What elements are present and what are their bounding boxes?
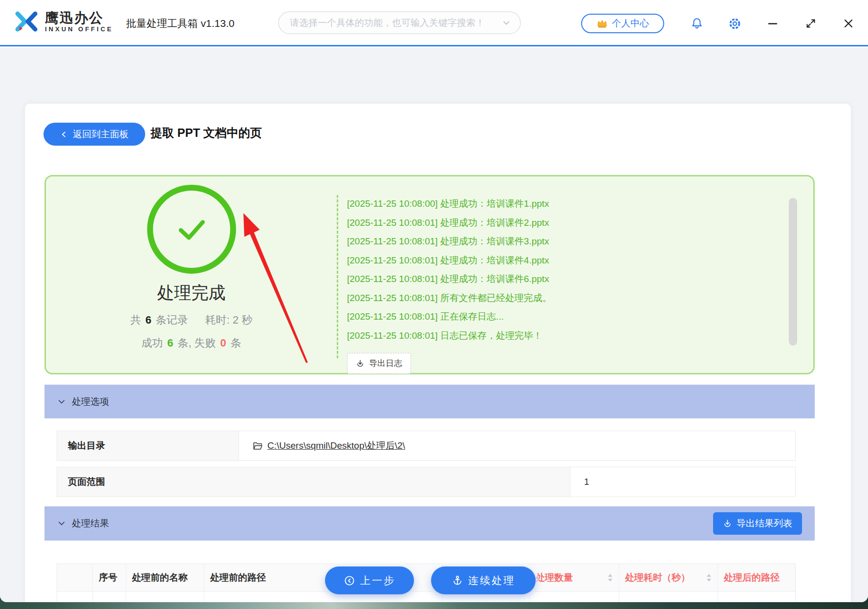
count-column-header: 处理数量 [530, 564, 619, 592]
log-entry: [2025-11-25 10:08:01] 日志已保存，处理完毕！ [347, 326, 774, 346]
log-entry: [2025-11-25 10:08:01] 正在保存日志... [347, 307, 774, 326]
chevron-down-icon [57, 519, 66, 528]
user-center-button[interactable]: 个人中心 [581, 14, 664, 33]
anchor-icon [452, 575, 463, 587]
fail-count: 0 [220, 337, 226, 349]
success-count: 6 [167, 337, 173, 349]
log-entry: [2025-11-25 10:08:01] 处理成功：培训课件2.pptx [347, 214, 774, 233]
search-placeholder: 请选择一个具体的功能，也可输入关键字搜索！ [290, 17, 501, 29]
close-button[interactable] [841, 16, 856, 31]
restore-window-button[interactable] [803, 16, 818, 31]
total-count: 6 [146, 314, 152, 326]
output-directory-link[interactable]: C:\Users\sqmil\Desktop\处理后\2\ [267, 439, 405, 452]
output-directory-label: 输出目录 [57, 431, 239, 460]
folder-icon [253, 441, 263, 451]
process-result-panel: 处理完成 共 6 条记录 耗时: 2 秒 成功 6 条, 失败 0 条 [44, 175, 815, 374]
chevron-left-icon [60, 130, 68, 138]
chevron-down-icon [501, 18, 511, 28]
output-path-link[interactable]: 培训课件1.pptx [724, 599, 781, 602]
source-file-name: 培训课件1.pptx [126, 592, 204, 602]
source-file-path: C:\Users\sqmil\Desktop\处理前\PPT\培训课件\培训课件… [204, 592, 442, 602]
page-title: 提取 PPT 文档中的页 [151, 125, 262, 141]
row-index: 1 [93, 592, 126, 602]
export-log-label: 导出日志 [369, 358, 402, 369]
results-table: 序号 处理前的名称 处理前的路径 处理结果 处理数量 [57, 564, 796, 602]
success-fail-line: 成功 6 条, 失败 0 条 [141, 336, 241, 350]
source-path-link[interactable]: C:\Users\sqmil\Desktop\处理前\PPT\培训课件\培训课件… [210, 602, 411, 602]
brand-name-cn: 鹰迅办公 [45, 11, 113, 25]
time-column-header: 处理耗时（秒） [619, 564, 718, 592]
status-title: 处理完成 [157, 282, 226, 304]
previous-step-button[interactable]: 上一步 [325, 566, 414, 594]
page-range-label: 页面范围 [57, 467, 570, 497]
app-window: 鹰迅办公 INXUN OFFICE 批量处理工具箱 v1.13.0 请选择一个具… [0, 0, 868, 602]
sort-carets-icon[interactable] [608, 574, 613, 582]
log-entry: [2025-11-25 10:08:01] 处理成功：培训课件6.pptx [347, 270, 774, 289]
log-scrollbar-thumb[interactable] [789, 198, 797, 346]
content-card: 返回到主面板 提取 PPT 文档中的页 处理完成 共 6 条记录 [25, 104, 851, 602]
page-range-row: 页面范围 1 [57, 467, 796, 497]
section-bar-options[interactable]: 处理选项 [44, 385, 815, 418]
logo-x-icon [13, 8, 40, 35]
table-row: + 1 培训课件1.pptx C:\Users\sqmil\Desktop\处理… [57, 592, 795, 602]
download-icon [356, 359, 365, 368]
page-range-value: 1 [570, 467, 795, 497]
export-results-label: 导出结果列表 [737, 517, 792, 530]
expand-column-header [57, 564, 93, 592]
results-section-title: 处理结果 [72, 517, 109, 530]
back-to-dashboard-button[interactable]: 返回到主面板 [43, 123, 145, 146]
record-count-line: 共 6 条记录 耗时: 2 秒 [130, 313, 253, 327]
download-icon [723, 519, 732, 528]
log-entry: [2025-11-25 10:08:00] 处理成功：培训课件1.pptx [347, 195, 774, 214]
continue-processing-button[interactable]: 连续处理 [431, 566, 536, 594]
output-directory-row: 输出目录 C:\Users\sqmil\Desktop\处理后\2\ [57, 431, 796, 461]
output-path-column-header: 处理后的路径 [718, 564, 796, 592]
app-title: 批量处理工具箱 v1.13.0 [126, 0, 235, 46]
page-background: 返回到主面板 提取 PPT 文档中的页 处理完成 共 6 条记录 [0, 48, 868, 602]
index-column-header: 序号 [93, 564, 126, 592]
output-path-cell: 培训课件1.pptx [718, 592, 796, 602]
notification-bell-icon[interactable] [690, 16, 704, 31]
log-entry: [2025-11-25 10:08:01] 处理成功：培训课件3.pptx [347, 232, 774, 251]
options-section-title: 处理选项 [72, 395, 109, 408]
count-cell: 1 [530, 592, 619, 602]
log-divider [337, 195, 338, 358]
back-button-label: 返回到主面板 [73, 128, 129, 141]
time-cell: 1.07 [619, 592, 718, 602]
success-check-icon [147, 185, 236, 274]
chevron-down-icon [57, 397, 66, 406]
app-header: 鹰迅办公 INXUN OFFICE 批量处理工具箱 v1.13.0 请选择一个具… [0, 0, 868, 46]
minimize-button[interactable] [765, 16, 780, 31]
user-center-label: 个人中心 [612, 17, 649, 30]
log-entry: [2025-11-25 10:08:01] 所有文件都已经处理完成。 [347, 289, 774, 308]
search-input[interactable]: 请选择一个具体的功能，也可输入关键字搜索！ [278, 11, 521, 34]
sort-carets-icon[interactable] [706, 574, 712, 582]
elapsed-time: 耗时: 2 秒 [205, 313, 253, 327]
previous-step-label: 上一步 [360, 574, 395, 587]
process-log: [2025-11-25 10:08:00] 处理成功：培训课件1.pptx [2… [347, 195, 774, 374]
name-column-header: 处理前的名称 [126, 564, 204, 592]
table-header-row: 序号 处理前的名称 处理前的路径 处理结果 处理数量 [57, 564, 795, 592]
crown-icon [596, 18, 608, 29]
export-log-button[interactable]: 导出日志 [347, 353, 411, 374]
settings-gear-icon[interactable] [727, 16, 742, 31]
log-entry: [2025-11-25 10:08:01] 处理成功：培训课件4.pptx [347, 251, 774, 270]
back-circle-icon [344, 575, 355, 587]
app-logo: 鹰迅办公 INXUN OFFICE [13, 8, 113, 35]
result-summary: 处理完成 共 6 条记录 耗时: 2 秒 成功 6 条, 失败 0 条 [46, 176, 337, 373]
export-results-button[interactable]: 导出结果列表 [713, 512, 802, 535]
continue-processing-label: 连续处理 [468, 574, 515, 587]
brand-name-en: INXUN OFFICE [45, 25, 113, 33]
section-bar-results[interactable]: 处理结果 导出结果列表 [44, 506, 815, 541]
